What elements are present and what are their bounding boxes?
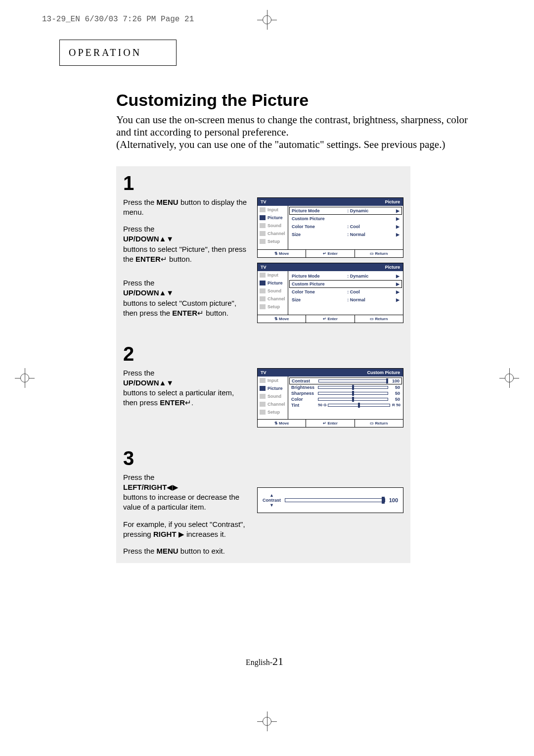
osd-footer-return: ▭ Return (355, 250, 403, 257)
leftright-arrows-icon: ◀▶ (167, 483, 178, 491)
osd-footer-return: ▭ Return (355, 420, 403, 427)
updown-arrows-icon: ▲▼ (159, 235, 174, 243)
slider-label: Brightness (291, 385, 316, 390)
steps-container: 1 Press the MENU button to display the m… (116, 166, 410, 564)
caret-up-icon: ▲ (269, 493, 274, 498)
page-title: Customizing the Picture (116, 91, 470, 110)
slider-value: 50 (390, 385, 400, 390)
t: button to exit. (178, 547, 225, 555)
updown-arrows-icon: ▲▼ (159, 288, 174, 297)
osd-custom-picture: TVCustom Picture Input Picture Sound Cha… (257, 368, 403, 427)
osd-side-sound: Sound (267, 288, 281, 293)
t: Press the (123, 547, 157, 555)
updown-bold: UP/DOWN (123, 378, 159, 387)
contrast-adjust-bar: ▲ Contrast ▼ 100 (257, 487, 403, 513)
enter-icon: ↵ (197, 309, 204, 317)
osd-row-v: : Dynamic (347, 274, 394, 279)
osd-section-label: Picture (385, 265, 400, 270)
slider-label: Color (291, 397, 316, 402)
osd-tv-label: TV (261, 370, 267, 375)
section-heading: OPERATION (59, 40, 177, 66)
slider-value: 50 (390, 391, 400, 396)
tint-right-label: R (392, 403, 395, 407)
t: button. (167, 255, 192, 263)
osd-side-input: Input (267, 378, 278, 383)
osd-row-k: Custom Picture (292, 216, 347, 221)
updown-bold: UP/DOWN (123, 235, 159, 243)
page-content: OPERATION Customizing the Picture You ca… (59, 40, 470, 688)
osd-footer-enter: ↵ Enter (306, 250, 354, 257)
t: ▶ increases it. (177, 530, 226, 538)
t: Press the (123, 198, 157, 206)
osd-row-v: : Cool (347, 289, 394, 294)
osd-row-k: Size (292, 297, 347, 302)
osd-footer-move: ⇅ Move (258, 315, 306, 323)
step2-number: 2 (123, 343, 403, 365)
caret-down-icon: ▼ (269, 503, 274, 508)
enter-bold: ENTER (172, 309, 197, 317)
osd-side-picture: Picture (267, 281, 283, 285)
print-header: 13-29_EN 6/30/03 7:26 PM Page 21 (42, 15, 194, 24)
intro-line2: (Alternatively, you can use one of the "… (116, 139, 445, 150)
osd-tv-label: TV (261, 265, 267, 270)
slider-label: Sharpness (291, 391, 316, 396)
step3-number: 3 (123, 447, 403, 470)
adjust-value: 100 (389, 497, 398, 503)
right-bold: RIGHT (153, 530, 177, 538)
t: Press the (123, 369, 154, 377)
osd-row-k: Picture Mode (292, 208, 347, 213)
adjust-label: Contrast (263, 498, 281, 503)
slider-label: Contrast (292, 378, 316, 383)
osd-side-picture: Picture (267, 215, 283, 220)
osd-side-input: Input (267, 273, 278, 278)
t: buttons to increase or decrease the valu… (123, 493, 239, 511)
page-number: English-21 (246, 655, 283, 668)
tint-left-label: G (323, 403, 326, 407)
osd-row-v: : Cool (347, 224, 394, 229)
osd-tv-label: TV (261, 199, 267, 204)
t: Press the (123, 225, 154, 233)
t: Press the (123, 473, 154, 481)
intro-text: You can use the on-screen menus to chang… (116, 114, 470, 151)
osd-side-setup: Setup (267, 304, 280, 309)
tint-left-val: 50 (318, 403, 322, 407)
osd-footer-move: ⇅ Move (258, 250, 306, 257)
osd-footer-return: ▭ Return (355, 315, 403, 323)
osd-row-k: Color Tone (292, 289, 347, 294)
tint-right-val: 50 (396, 403, 400, 407)
t: button. (204, 309, 228, 317)
osd-footer-enter: ↵ Enter (306, 315, 354, 323)
osd-row-k: Picture Mode (292, 274, 347, 279)
t: . (191, 398, 193, 407)
enter-bold: ENTER (135, 255, 161, 263)
menu-bold: MENU (157, 547, 178, 555)
osd-side-picture: Picture (267, 386, 283, 391)
updown-arrows-icon: ▲▼ (159, 378, 174, 387)
enter-bold: ENTER (160, 398, 185, 407)
osd-picture-menu: TVPicture Input Picture Sound Channel Se… (257, 197, 403, 258)
intro-line1: You can use the on-screen menus to chang… (116, 114, 468, 138)
leftright-bold: LEFT/RIGHT (123, 483, 167, 491)
osd-row-v: : Dynamic (347, 208, 394, 213)
osd-side-channel: Channel (267, 402, 285, 407)
osd-side-setup: Setup (267, 239, 280, 244)
osd-footer-enter: ↵ Enter (306, 420, 354, 427)
slider-value: 50 (390, 397, 400, 402)
osd-footer-move: ⇅ Move (258, 420, 306, 427)
osd-side-sound: Sound (267, 223, 281, 228)
osd-side-setup: Setup (267, 410, 280, 415)
slider-value: 100 (390, 378, 400, 383)
slider-label: Tint (291, 403, 316, 408)
osd-side-input: Input (267, 207, 278, 212)
step1-number: 1 (123, 172, 403, 194)
osd-section-label: Picture (385, 199, 400, 204)
enter-icon: ↵ (185, 398, 191, 407)
osd-side-channel: Channel (267, 231, 285, 236)
osd-row-k: Size (292, 232, 347, 237)
osd-side-channel: Channel (267, 296, 285, 301)
osd-row-k: Custom Picture (292, 282, 347, 286)
osd-row-k: Color Tone (292, 224, 347, 229)
osd-row-v: : Normal (347, 297, 394, 302)
menu-bold: MENU (157, 198, 178, 206)
updown-bold: UP/DOWN (123, 288, 159, 297)
